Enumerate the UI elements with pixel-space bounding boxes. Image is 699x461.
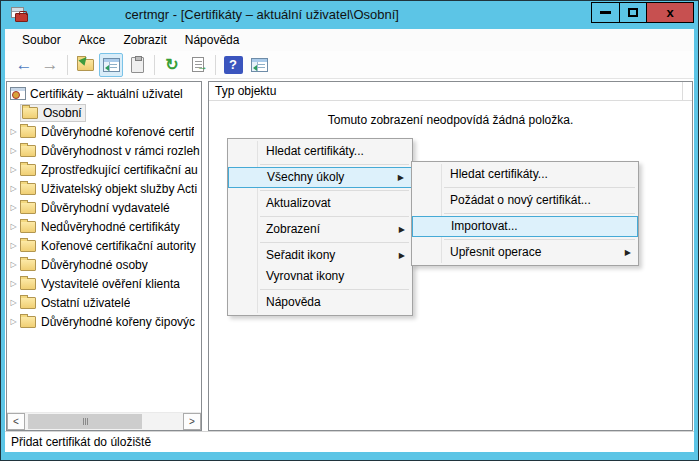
- expand-arrow-icon[interactable]: ▷: [7, 165, 20, 174]
- expand-arrow-icon[interactable]: ▷: [7, 298, 20, 307]
- menu-item-seradit-ikony[interactable]: Seřadit ikony ▶: [228, 245, 412, 266]
- forward-icon: →: [42, 56, 59, 73]
- expand-arrow-icon[interactable]: ▷: [7, 203, 20, 212]
- expand-arrow-icon[interactable]: ▷: [7, 317, 20, 326]
- menu-akce[interactable]: Akce: [70, 30, 115, 50]
- forward-button[interactable]: →: [38, 53, 62, 77]
- folder-icon: [20, 202, 36, 214]
- folder-icon: [20, 297, 36, 309]
- submenu-item-upresnit-operace[interactable]: Upřesnit operace ▶: [412, 242, 638, 263]
- menu-separator: [260, 164, 409, 165]
- tree-item[interactable]: ▷ Kořenové certifikační autority: [7, 236, 201, 255]
- submenu-arrow-icon: ▶: [399, 219, 405, 240]
- tree-root-label: Certifikáty – aktuální uživatel: [30, 87, 183, 101]
- tree-item[interactable]: ▷ Zprostředkující certifikační au: [7, 160, 201, 179]
- refresh-icon: ↻: [165, 57, 178, 73]
- toolbar-separator: [67, 55, 68, 75]
- scroll-right-button[interactable]: >: [183, 413, 201, 430]
- refresh-button[interactable]: ↻: [160, 53, 184, 77]
- expand-arrow-icon[interactable]: ▷: [7, 146, 20, 155]
- tree-item[interactable]: ▷ Důvěryhodní vydavatelé: [7, 198, 201, 217]
- console-tree-icon: [103, 58, 120, 72]
- close-button[interactable]: x: [646, 2, 694, 23]
- column-divider[interactable]: [682, 82, 683, 100]
- folder-icon: [20, 278, 36, 290]
- window-controls: x: [592, 2, 694, 23]
- back-button[interactable]: ←: [12, 53, 36, 77]
- help-button[interactable]: ?: [221, 53, 245, 77]
- menu-item-vsechny-ukoly[interactable]: Všechny úkoly ▶: [228, 167, 412, 188]
- export-list-button[interactable]: →: [186, 53, 210, 77]
- scrollbar-thumb[interactable]: [28, 414, 142, 429]
- maximize-button[interactable]: [619, 2, 647, 23]
- titlebar: certmgr - [Certifikáty – aktuální uživat…: [5, 1, 694, 29]
- maximize-icon: [628, 8, 638, 17]
- minimize-button[interactable]: [591, 2, 620, 23]
- tree-item[interactable]: ▷ Důvěryhodné kořenové certif: [7, 122, 201, 141]
- menu-soubor[interactable]: Soubor: [13, 30, 70, 50]
- tree-item[interactable]: ▷ Uživatelský objekt služby Acti: [7, 179, 201, 198]
- menu-separator: [444, 213, 635, 214]
- menu-separator: [444, 187, 635, 188]
- folder-icon: [22, 107, 38, 119]
- toolbar-separator: [154, 55, 155, 75]
- folder-icon: [20, 240, 36, 252]
- tree-root[interactable]: Certifikáty – aktuální uživatel: [7, 84, 201, 103]
- tree-item[interactable]: ▷ Vystavitelé ověření klienta: [7, 274, 201, 293]
- context-menu: Hledat certifikáty... Všechny úkoly ▶ Ak…: [227, 138, 413, 316]
- tree-item[interactable]: ▷ Důvěryhodnost v rámci rozleh: [7, 141, 201, 160]
- menu-separator: [260, 289, 409, 290]
- expand-arrow-icon[interactable]: ▷: [7, 127, 20, 136]
- tree-item-osobni[interactable]: Osobní: [7, 103, 201, 122]
- submenu-item-pozadat-o-novy-certifikat[interactable]: Požádat o nový certifikát...: [412, 190, 638, 211]
- column-header-row: Typ objektu: [209, 82, 692, 101]
- tree-horizontal-scrollbar[interactable]: < >: [7, 412, 201, 430]
- empty-view-message: Tomuto zobrazení neodpovídá žádná položk…: [209, 113, 692, 127]
- menubar: Soubor Akce Zobrazit Nápověda: [5, 29, 694, 51]
- menu-zobrazit[interactable]: Zobrazit: [114, 30, 175, 50]
- folder-icon: [20, 221, 36, 233]
- menu-item-napoveda[interactable]: Nápověda: [228, 292, 412, 313]
- up-one-level-button[interactable]: [73, 53, 97, 77]
- expand-arrow-icon[interactable]: ▷: [7, 260, 20, 269]
- expand-arrow-icon[interactable]: ▷: [7, 222, 20, 231]
- toolbar-separator: [215, 55, 216, 75]
- menu-item-vyrovnat-ikony[interactable]: Vyrovnat ikony: [228, 266, 412, 287]
- submenu-arrow-icon: ▶: [625, 242, 631, 263]
- minimize-icon: [600, 11, 611, 14]
- show-window-button[interactable]: [247, 53, 271, 77]
- submenu-arrow-icon: ▶: [398, 168, 404, 187]
- menu-item-hledat-certifikaty[interactable]: Hledat certifikáty...: [228, 141, 412, 162]
- submenu-item-hledat-certifikaty[interactable]: Hledat certifikáty...: [412, 164, 638, 185]
- clipboard-icon: [131, 57, 144, 73]
- folder-icon: [20, 164, 36, 176]
- statusbar: Přidat certifikát do úložiště: [5, 431, 694, 452]
- scroll-left-button[interactable]: <: [7, 413, 25, 430]
- submenu-item-importovat[interactable]: Importovat...: [412, 216, 638, 237]
- submenu-arrow-icon: ▶: [399, 245, 405, 266]
- all-tasks-submenu: Hledat certifikáty... Požádat o nový cer…: [411, 161, 639, 266]
- menu-separator: [260, 190, 409, 191]
- menu-item-zobrazeni[interactable]: Zobrazení ▶: [228, 219, 412, 240]
- paste-button[interactable]: [125, 53, 149, 77]
- scrollbar-track[interactable]: [25, 413, 183, 430]
- expand-arrow-icon[interactable]: ▷: [7, 184, 20, 193]
- up-folder-icon: [77, 59, 94, 71]
- menu-item-aktualizovat[interactable]: Aktualizovat: [228, 193, 412, 214]
- menu-separator: [260, 242, 409, 243]
- expand-arrow-icon[interactable]: ▷: [7, 279, 20, 288]
- menu-napoveda[interactable]: Nápověda: [176, 30, 249, 50]
- tree-item[interactable]: ▷ Důvěryhodné osoby: [7, 255, 201, 274]
- certmgr-window: certmgr - [Certifikáty – aktuální uživat…: [0, 0, 699, 461]
- expand-arrow-icon[interactable]: ▷: [7, 241, 20, 250]
- tree-item[interactable]: ▷ Nedůvěryhodné certifikáty: [7, 217, 201, 236]
- console-tree-pane: Certifikáty – aktuální uživatel Osobní ▷…: [6, 81, 202, 431]
- toolbar: ← → ↻ → ?: [5, 51, 694, 79]
- column-header-typ-objektu[interactable]: Typ objektu: [215, 84, 276, 98]
- tree-item[interactable]: ▷ Důvěryhodné kořeny čipovýc: [7, 312, 201, 331]
- show-console-tree-button[interactable]: [99, 53, 123, 77]
- menu-separator: [444, 239, 635, 240]
- folder-icon: [20, 145, 36, 157]
- tree-selection: Osobní: [20, 104, 86, 122]
- tree-item[interactable]: ▷ Ostatní uživatelé: [7, 293, 201, 312]
